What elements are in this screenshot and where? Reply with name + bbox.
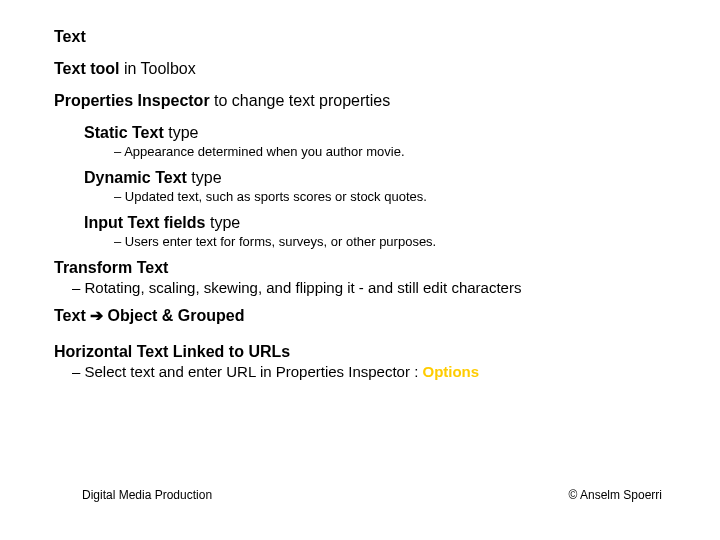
object-grouped-heading: Text ➔ Object & Grouped <box>54 306 670 325</box>
input-text-bullet: Users enter text for forms, surveys, or … <box>114 234 670 249</box>
dynamic-text-heading: Dynamic Text type <box>84 169 670 187</box>
transform-text-heading: Transform Text <box>54 259 670 277</box>
footer-right: © Anselm Spoerri <box>568 488 662 502</box>
footer-left: Digital Media Production <box>82 488 212 502</box>
slide: Text Text tool in Toolbox Properties Ins… <box>0 0 720 540</box>
text-tool-bold: Text tool <box>54 60 119 77</box>
text-types-group: Static Text type Appearance determined w… <box>84 124 670 249</box>
spacer <box>54 327 670 337</box>
prop-inspector-rest: to change text properties <box>210 92 391 109</box>
input-text-rest: type <box>205 214 240 231</box>
dynamic-text-bullet: Updated text, such as sports scores or s… <box>114 189 670 204</box>
arrow-icon: ➔ <box>90 307 103 324</box>
urls-heading: Horizontal Text Linked to URLs <box>54 343 670 361</box>
text-tool-line: Text tool in Toolbox <box>54 60 670 78</box>
static-text-rest: type <box>164 124 199 141</box>
urls-bullet-pre: Select text and enter URL in Properties … <box>85 363 423 380</box>
static-text-bullet: Appearance determined when you author mo… <box>114 144 670 159</box>
static-text-heading: Static Text type <box>84 124 670 142</box>
input-text-heading: Input Text fields type <box>84 214 670 232</box>
urls-options-link[interactable]: Options <box>422 363 479 380</box>
transform-text-bullet: Rotating, scaling, skewing, and flipping… <box>72 279 670 296</box>
object-grouped-pre: Text <box>54 307 90 324</box>
input-text-bold: Input Text fields <box>84 214 205 231</box>
prop-inspector-line: Properties Inspector to change text prop… <box>54 92 670 110</box>
static-text-bold: Static Text <box>84 124 164 141</box>
footer: Digital Media Production © Anselm Spoerr… <box>82 488 662 502</box>
dynamic-text-bold: Dynamic Text <box>84 169 187 186</box>
slide-title: Text <box>54 28 670 46</box>
prop-inspector-bold: Properties Inspector <box>54 92 210 109</box>
dynamic-text-rest: type <box>187 169 222 186</box>
object-grouped-post: Object & Grouped <box>103 307 244 324</box>
text-tool-rest: in Toolbox <box>119 60 195 77</box>
urls-bullet: Select text and enter URL in Properties … <box>72 363 670 380</box>
